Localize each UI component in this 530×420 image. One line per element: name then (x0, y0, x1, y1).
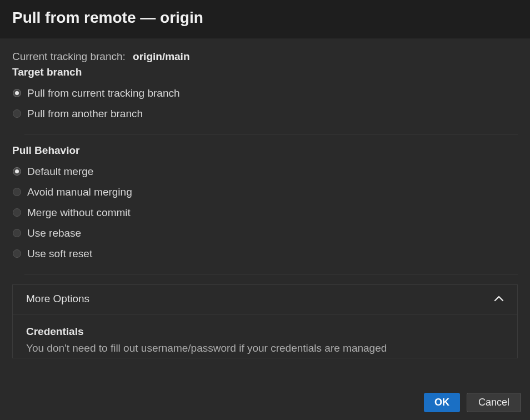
radio-icon (13, 208, 21, 217)
credentials-title: Credentials (26, 326, 504, 338)
radio-label: Default merge (27, 166, 93, 178)
radio-label: Use rebase (27, 227, 81, 239)
more-options-panel: More Options Credentials You don't need … (12, 284, 518, 358)
target-branch-label: Target branch (12, 66, 518, 78)
radio-label: Avoid manual merging (27, 186, 132, 198)
dialog-titlebar: Pull from remote — origin (0, 0, 530, 38)
radio-default-merge[interactable]: Default merge (13, 161, 518, 182)
radio-use-soft-reset[interactable]: Use soft reset (13, 243, 518, 264)
radio-label: Use soft reset (27, 248, 92, 260)
more-options-body: Credentials You don't need to fill out u… (13, 314, 517, 358)
current-tracking-value: origin/main (133, 51, 189, 62)
target-branch-group: Pull from current tracking branch Pull f… (12, 83, 518, 124)
dialog-footer: OK Cancel (0, 386, 530, 420)
radio-icon (13, 167, 21, 176)
chevron-up-icon (493, 293, 505, 305)
pull-behavior-label: Pull Behavior (12, 144, 518, 157)
radio-pull-another-branch[interactable]: Pull from another branch (13, 103, 518, 124)
radio-use-rebase[interactable]: Use rebase (13, 223, 518, 243)
current-tracking-row: Current tracking branch: origin/main (12, 51, 518, 63)
radio-merge-without-commit[interactable]: Merge without commit (13, 202, 518, 223)
radio-label: Pull from current tracking branch (27, 87, 180, 99)
more-options-title: More Options (26, 293, 89, 305)
pull-behavior-group: Default merge Avoid manual merging Merge… (12, 161, 518, 264)
radio-label: Merge without commit (27, 207, 131, 219)
radio-pull-current-tracking[interactable]: Pull from current tracking branch (13, 83, 518, 103)
radio-icon (13, 249, 21, 258)
more-options-header[interactable]: More Options (13, 285, 517, 314)
cancel-button[interactable]: Cancel (467, 393, 521, 412)
ok-button[interactable]: OK (424, 393, 460, 412)
divider (24, 134, 518, 134)
radio-icon (13, 109, 21, 118)
radio-avoid-manual-merging[interactable]: Avoid manual merging (13, 182, 518, 202)
radio-icon (13, 89, 21, 97)
dialog-title: Pull from remote — origin (12, 9, 518, 27)
divider (24, 274, 518, 274)
radio-icon (13, 229, 21, 237)
credentials-description: You don't need to fill out username/pass… (26, 341, 504, 356)
radio-label: Pull from another branch (27, 108, 143, 120)
current-tracking-label: Current tracking branch: (12, 51, 126, 62)
dialog-content: Current tracking branch: origin/main Tar… (0, 38, 530, 376)
radio-icon (13, 188, 21, 196)
